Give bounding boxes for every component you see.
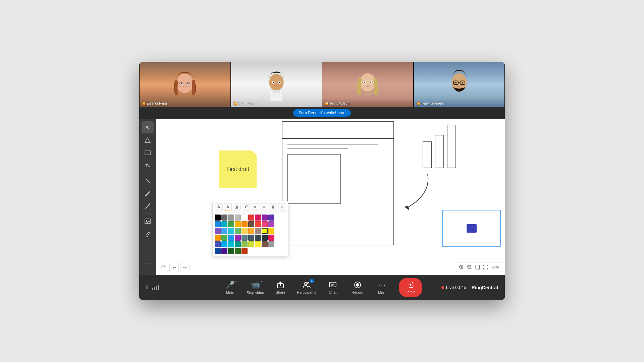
color-swatch-12[interactable] [235,221,241,227]
cp-copy-btn[interactable]: ⧉ [251,203,259,210]
color-swatch-35[interactable] [268,235,274,241]
magic-tool[interactable] [142,200,154,212]
svg-point-29 [146,220,147,221]
color-swatch-40[interactable] [241,241,248,247]
color-swatch-19[interactable] [221,228,227,234]
color-swatch-29[interactable] [228,235,234,241]
image-tool[interactable] [142,215,154,227]
color-swatch-18[interactable] [215,228,221,234]
text-tool[interactable]: TA [142,160,154,172]
color-swatch-27[interactable] [215,235,221,241]
color-swatch-13[interactable] [241,221,248,227]
whiteboard-canvas[interactable]: First draft A A A Tᵀ ⧉ ≡ 🗑 ✕ [156,119,505,275]
redo-btn[interactable]: ↪ [180,263,190,272]
fullscreen-btn[interactable] [482,263,489,271]
stop-video-button[interactable]: 📹 ▲ Stop video [247,281,264,295]
color-swatch-14[interactable] [248,221,254,227]
zoom-out-btn[interactable] [466,263,473,271]
video-tile-jacob[interactable]: 📶 Jacob Jones [231,62,322,107]
color-swatch-32[interactable] [248,235,254,241]
share-button[interactable]: Share [272,281,289,294]
color-swatch-4[interactable] [241,215,248,221]
chat-button[interactable]: Chat [324,281,341,294]
color-swatch-1[interactable] [221,215,227,221]
pen-tool[interactable]: | [139,172,156,189]
leave-button[interactable]: Leave [399,278,422,297]
signal-bars[interactable] [152,285,159,290]
color-swatch-17[interactable] [268,221,274,227]
color-swatch-0[interactable] [215,215,221,221]
color-swatch-5[interactable] [248,215,254,221]
fit-btn[interactable] [474,263,481,271]
color-swatch-46[interactable] [221,248,227,254]
color-swatch-15[interactable] [255,221,261,227]
color-swatch-22[interactable] [241,228,248,234]
cp-text-btn[interactable]: A [215,203,223,210]
color-swatch-16[interactable] [262,221,268,227]
color-swatch-45[interactable] [215,248,221,254]
blue-card[interactable] [442,210,501,247]
color-swatch-43[interactable] [262,241,268,247]
svg-rect-13 [273,90,280,93]
svg-point-47 [356,283,359,287]
sticky-note[interactable]: First draft [219,150,257,188]
undo-btn[interactable]: ↩ [169,263,179,272]
color-swatch-28[interactable] [221,235,227,241]
select-tool[interactable]: ↖ [142,121,154,133]
color-swatch-24[interactable] [255,228,261,234]
svg-rect-28 [145,219,150,224]
cp-underline-btn[interactable]: A [233,203,241,210]
rect-tool[interactable] [142,147,154,159]
color-swatch-8[interactable] [268,215,274,221]
eraser-tool[interactable] [142,228,154,240]
color-swatch-3[interactable] [235,215,241,221]
participants-button[interactable]: 4 Participants [297,281,316,294]
mute-button[interactable]: 🎤 ▲ Mute [222,281,238,295]
color-swatch-38[interactable] [228,241,234,247]
color-swatch-36[interactable] [215,241,221,247]
color-swatch-41[interactable] [248,241,254,247]
mute-label: Mute [226,291,234,295]
color-swatch-11[interactable] [228,221,234,227]
color-swatch-47[interactable] [228,248,234,254]
record-button[interactable]: Record [349,281,366,294]
brush-tool[interactable] [142,187,154,199]
zoom-in-btn[interactable] [458,263,465,271]
video-tile-jenny[interactable]: 📶 Jenny Wilson [322,62,414,107]
color-swatch-7[interactable] [262,215,268,221]
triangle-tool[interactable] [142,134,154,146]
color-swatch-33[interactable] [255,235,261,241]
color-swatch-21[interactable] [235,228,241,234]
color-swatch-26[interactable] [268,228,274,234]
color-swatch-42[interactable] [255,241,261,247]
cp-close-btn[interactable]: ✕ [278,203,286,210]
color-swatch-10[interactable] [221,221,227,227]
color-swatch-44[interactable] [268,241,274,247]
color-swatch-31[interactable] [241,235,248,241]
share-label: Share [276,290,285,294]
rotate-btn[interactable] [159,263,168,272]
info-button[interactable]: ℹ [146,284,148,291]
color-swatch-39[interactable] [235,241,241,247]
color-swatch-25[interactable] [262,228,268,234]
zoom-level: 70% [490,265,500,269]
color-swatch-49[interactable] [241,248,248,254]
video-tile-eleanor[interactable]: 📶 Eleanor Pena [139,62,231,107]
cp-list-btn[interactable]: ≡ [260,203,268,210]
participants-icon [303,281,311,289]
color-swatch-34[interactable] [262,235,268,241]
more-button[interactable]: ··· More [374,281,391,295]
more-tools-btn[interactable]: ··· [142,257,154,269]
color-swatch-6[interactable] [255,215,261,221]
cp-delete-btn[interactable]: 🗑 [269,203,277,210]
color-swatch-20[interactable] [228,228,234,234]
color-swatch-23[interactable] [248,228,254,234]
color-swatch-9[interactable] [215,221,221,227]
cp-highlight-btn[interactable]: A [224,203,232,210]
color-swatch-30[interactable] [235,235,241,241]
color-swatch-37[interactable] [221,241,227,247]
cp-format-btn[interactable]: Tᵀ [242,203,250,210]
color-swatch-2[interactable] [228,215,234,221]
color-swatch-48[interactable] [235,248,241,254]
video-tile-henry[interactable]: 📶 Henry Guerrero [414,62,505,107]
